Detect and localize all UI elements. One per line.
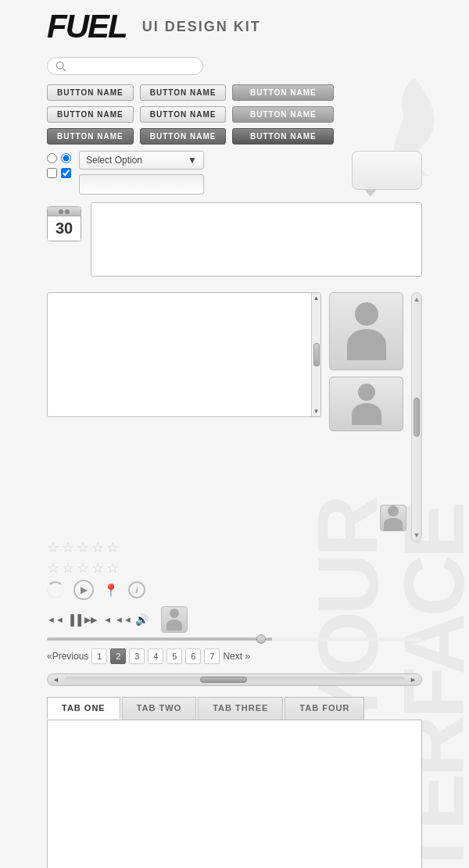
vol-up-button[interactable]: ◄◄ <box>115 615 132 624</box>
button-2-2[interactable]: BUTTON NAME <box>140 106 227 123</box>
scrollbar-down-arrow[interactable]: ▼ <box>313 408 320 415</box>
button-2-3[interactable]: BUTTON NAME <box>232 106 334 123</box>
checkbox-unchecked[interactable] <box>47 168 57 178</box>
tab-content <box>47 720 422 868</box>
avatar-card-medium <box>329 377 403 431</box>
vol-down-button[interactable]: ◄ <box>103 615 112 624</box>
logo: FUEL <box>47 8 127 45</box>
scrollbar-up-arrow[interactable]: ▲ <box>313 295 320 302</box>
select-dropdown[interactable]: Select Option ▼ <box>79 151 204 170</box>
avatar-head-small <box>388 505 399 516</box>
main-textarea[interactable] <box>91 202 422 277</box>
tab-three[interactable]: TAB THREE <box>198 697 283 720</box>
scrollbar-thumb[interactable] <box>313 343 320 366</box>
avatar-card-small <box>380 505 406 531</box>
h-scroll-left-arrow[interactable]: ◄ <box>48 676 64 684</box>
speaker-icon: 🔊 <box>135 613 149 626</box>
star-2-2[interactable]: ☆ <box>62 559 74 577</box>
text-input-field[interactable] <box>79 174 204 195</box>
avatar-head-medium <box>358 384 375 401</box>
search-input[interactable] <box>70 60 195 72</box>
v-scrollbar-thumb[interactable] <box>414 398 420 437</box>
check-row <box>47 168 71 178</box>
prev-page-link[interactable]: «Previous <box>47 651 88 662</box>
button-1-3[interactable]: BUTTON NAME <box>232 84 334 101</box>
h-scroll-track[interactable] <box>64 677 405 683</box>
page-1[interactable]: 1 <box>91 648 107 664</box>
tab-two[interactable]: TAB TWO <box>122 697 197 720</box>
calendar-widget[interactable]: 30 <box>47 206 81 241</box>
button-3-1[interactable]: BUTTON NAME <box>47 128 134 145</box>
star-1-5[interactable]: ☆ <box>106 539 119 556</box>
button-1-1[interactable]: BUTTON NAME <box>47 84 134 101</box>
page-3[interactable]: 3 <box>129 648 145 664</box>
svg-point-0 <box>56 62 63 69</box>
listbox-scrollbar[interactable]: ▲ ▼ <box>311 293 320 416</box>
calendar-dot-2 <box>65 209 70 214</box>
form-section: Select Option ▼ <box>47 151 422 195</box>
pause-button[interactable]: ▐▐ <box>67 614 81 626</box>
star-2-1[interactable]: ☆ <box>47 559 59 577</box>
button-2-1[interactable]: BUTTON NAME <box>47 106 134 123</box>
media-controls: ▶ 📍 i <box>47 580 422 600</box>
star-1-1[interactable]: ☆ <box>47 539 59 556</box>
playback-controls: ◄◄ ▐▐ ▶▶ ◄ ◄◄ 🔊 <box>47 613 149 626</box>
star-2-4[interactable]: ☆ <box>91 559 104 577</box>
calendar-day: 30 <box>48 216 81 241</box>
avatar-playback <box>161 606 188 633</box>
star-2-3[interactable]: ☆ <box>77 559 89 577</box>
page-5[interactable]: 5 <box>166 648 182 664</box>
horizontal-scrollbar[interactable]: ◄ ► <box>47 673 422 686</box>
select-input-group: Select Option ▼ <box>79 151 336 195</box>
next-page-link[interactable]: Next » <box>223 651 250 662</box>
tabs-section: TAB ONE TAB TWO TAB THREE TAB FOUR <box>47 697 422 868</box>
vertical-scrollbar-tall[interactable]: ▲ ▼ <box>411 292 422 542</box>
slider-row: ◄◄ ▐▐ ▶▶ ◄ ◄◄ 🔊 <box>47 606 422 633</box>
forward-button[interactable]: ▶▶ <box>84 615 97 625</box>
page-2-active[interactable]: 2 <box>110 648 126 664</box>
v-scrollbar-down-arrow[interactable]: ▼ <box>414 531 421 539</box>
radio-unselected[interactable] <box>47 153 57 163</box>
speech-bubble <box>352 151 422 190</box>
tab-one[interactable]: TAB ONE <box>47 697 120 720</box>
star-1-2[interactable]: ☆ <box>62 539 74 556</box>
avatar-figure-small <box>384 505 403 530</box>
listbox[interactable]: ▲ ▼ <box>47 292 321 417</box>
h-scroll-right-arrow[interactable]: ► <box>405 676 421 684</box>
star-2-5[interactable]: ☆ <box>106 559 119 577</box>
avatar-body-small <box>384 518 403 530</box>
rewind-button[interactable]: ◄◄ <box>47 615 64 624</box>
pagination: «Previous 1 2 3 4 5 6 7 Next » <box>47 648 422 664</box>
checkbox-checked[interactable] <box>61 168 71 178</box>
play-button[interactable]: ▶ <box>73 580 94 600</box>
v-scrollbar-up-arrow[interactable]: ▲ <box>414 295 421 303</box>
tabs-header: TAB ONE TAB TWO TAB THREE TAB FOUR <box>47 697 422 720</box>
header: FUEL UI DESIGN KIT <box>47 8 422 45</box>
star-1-4[interactable]: ☆ <box>91 539 104 556</box>
button-3-2[interactable]: BUTTON NAME <box>140 128 227 145</box>
star-1-3[interactable]: ☆ <box>77 539 89 556</box>
page-6[interactable]: 6 <box>185 648 201 664</box>
avatar-pb-figure <box>166 609 182 630</box>
search-bar[interactable] <box>47 57 203 75</box>
svg-line-1 <box>63 68 66 71</box>
h-scroll-thumb[interactable] <box>200 677 247 683</box>
calendar-header <box>48 207 81 216</box>
radio-check-group <box>47 151 71 178</box>
button-3-3[interactable]: BUTTON NAME <box>232 128 334 145</box>
button-row-1: BUTTON NAME BUTTON NAME BUTTON NAME <box>47 84 422 101</box>
range-slider[interactable] <box>47 638 422 641</box>
page-7[interactable]: 7 <box>204 648 220 664</box>
avatar-figure-large <box>347 302 386 360</box>
radio-row <box>47 153 71 163</box>
avatar-body-large <box>347 329 386 360</box>
avatar-pb-body <box>166 620 182 630</box>
range-thumb[interactable] <box>256 634 266 644</box>
info-icon[interactable]: i <box>128 581 145 598</box>
tab-four[interactable]: TAB FOUR <box>285 697 364 720</box>
page-4[interactable]: 4 <box>148 648 163 664</box>
select-option-text: Select Option <box>86 155 142 166</box>
radio-selected[interactable] <box>61 153 71 163</box>
avatar-pb-head <box>170 609 179 618</box>
button-1-2[interactable]: BUTTON NAME <box>140 84 227 101</box>
